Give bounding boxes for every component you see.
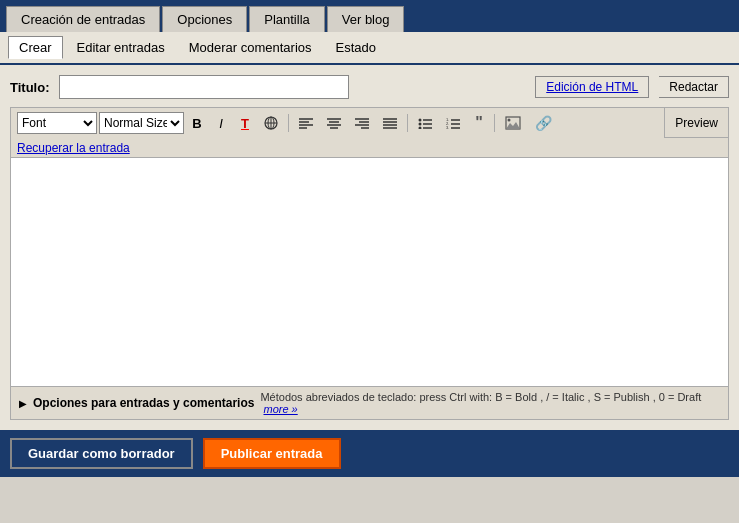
save-draft-button[interactable]: Guardar como borrador <box>10 438 193 469</box>
subtab-editar-entradas[interactable]: Editar entradas <box>67 37 175 58</box>
svg-point-22 <box>419 123 422 126</box>
main-content: Titulo: Edición de HTML Redactar Font Ar… <box>0 65 739 430</box>
italic-button[interactable]: I <box>210 112 232 134</box>
separator-3 <box>494 114 495 132</box>
sub-navigation: Crear Editar entradas Moderar comentario… <box>0 32 739 65</box>
unordered-list-button[interactable] <box>412 112 438 134</box>
blockquote-button[interactable]: " <box>468 112 490 134</box>
bottom-bar: Guardar como borrador Publicar entrada <box>0 430 739 477</box>
expand-options-icon[interactable]: ▶ <box>19 398 27 409</box>
editor-toolbar: Font Arial Times New Roman Courier New G… <box>10 107 665 138</box>
separator-1 <box>288 114 289 132</box>
justify-icon <box>383 117 397 129</box>
size-selector[interactable]: Normal Size Small Large Largest <box>99 112 184 134</box>
link-icon <box>264 116 278 130</box>
align-right-button[interactable] <box>349 112 375 134</box>
text-color-button[interactable]: T <box>234 112 256 134</box>
svg-point-24 <box>419 127 422 130</box>
svg-text:3.: 3. <box>446 125 449 129</box>
options-bar: ▶ Opciones para entradas y comentarios M… <box>10 387 729 420</box>
insert-link-btn2[interactable]: 🔗 <box>529 112 558 134</box>
bold-button[interactable]: B <box>186 112 208 134</box>
tab-creacion-entradas[interactable]: Creación de entradas <box>6 6 160 32</box>
recover-row: Recuperar la entrada <box>10 138 729 157</box>
top-navigation: Creación de entradas Opciones Plantilla … <box>0 0 739 32</box>
insert-image-button[interactable] <box>499 112 527 134</box>
tab-plantilla[interactable]: Plantilla <box>249 6 325 32</box>
preview-panel: Preview <box>665 107 729 138</box>
font-selector[interactable]: Font Arial Times New Roman Courier New G… <box>17 112 97 134</box>
justify-button[interactable] <box>377 112 403 134</box>
ordered-list-icon: 1. 2. 3. <box>446 117 460 129</box>
more-link[interactable]: more » <box>263 403 297 415</box>
subtab-crear[interactable]: Crear <box>8 36 63 59</box>
redact-button[interactable]: Redactar <box>659 76 729 98</box>
svg-point-34 <box>508 119 511 122</box>
unordered-list-icon <box>418 117 432 129</box>
align-center-button[interactable] <box>321 112 347 134</box>
editor-area[interactable] <box>10 157 729 387</box>
tab-opciones[interactable]: Opciones <box>162 6 247 32</box>
html-edit-button[interactable]: Edición de HTML <box>535 76 649 98</box>
preview-button[interactable]: Preview <box>671 115 722 131</box>
separator-2 <box>407 114 408 132</box>
options-toggle[interactable]: Opciones para entradas y comentarios <box>33 396 254 410</box>
svg-point-20 <box>419 119 422 122</box>
align-center-icon <box>327 117 341 129</box>
tab-ver-blog[interactable]: Ver blog <box>327 6 405 32</box>
recover-link[interactable]: Recuperar la entrada <box>17 141 130 155</box>
subtab-estado[interactable]: Estado <box>326 37 386 58</box>
image-icon <box>505 116 521 130</box>
svg-marker-33 <box>506 122 520 129</box>
align-left-icon <box>299 117 313 129</box>
insert-link-button[interactable] <box>258 112 284 134</box>
title-input[interactable] <box>59 75 349 99</box>
title-label: Titulo: <box>10 80 49 95</box>
align-left-button[interactable] <box>293 112 319 134</box>
subtab-moderar-comentarios[interactable]: Moderar comentarios <box>179 37 322 58</box>
publish-button[interactable]: Publicar entrada <box>203 438 341 469</box>
shortcut-text: Métodos abreviados de teclado: press Ctr… <box>260 391 720 415</box>
ordered-list-button[interactable]: 1. 2. 3. <box>440 112 466 134</box>
title-row: Titulo: Edición de HTML Redactar <box>10 75 729 99</box>
align-right-icon <box>355 117 369 129</box>
